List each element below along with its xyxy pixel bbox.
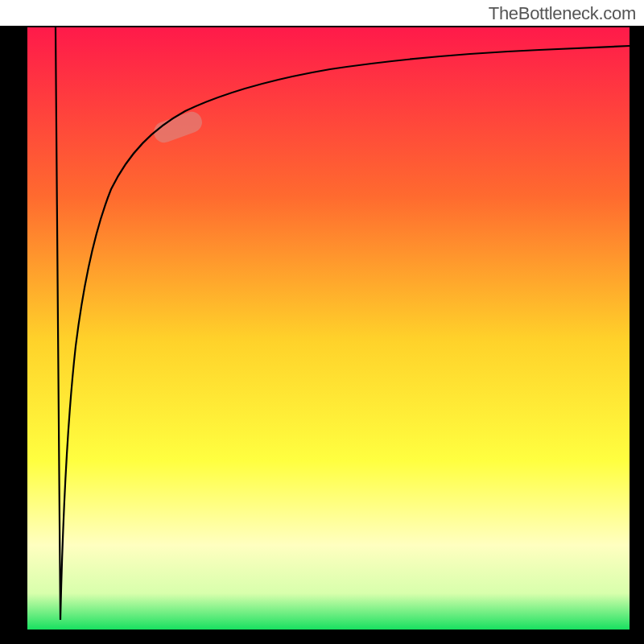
chart-container: TheBottleneck.com [0, 0, 644, 644]
attribution-text: TheBottleneck.com [489, 3, 636, 24]
plot-background [27, 27, 630, 630]
chart-svg [0, 0, 644, 644]
